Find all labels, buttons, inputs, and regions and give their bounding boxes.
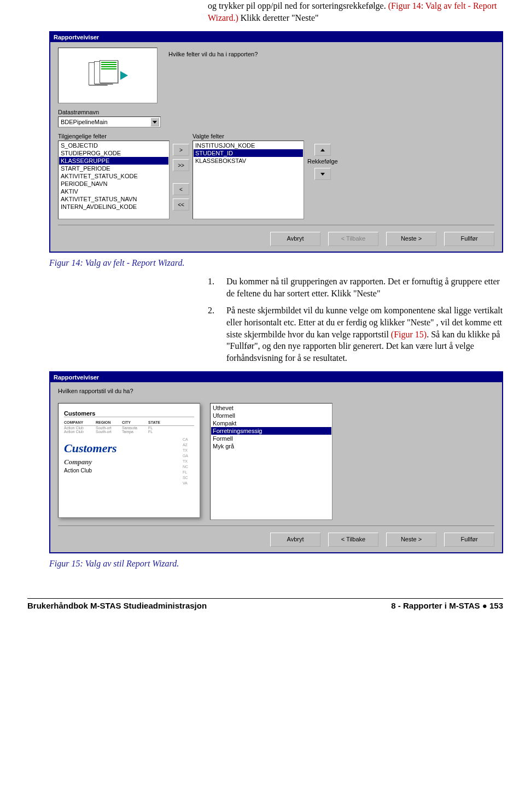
wizard-2: Rapportveiviser Hvilken rapportstil vil … <box>49 371 503 553</box>
next-button[interactable]: Neste > <box>386 232 436 246</box>
figure-14-caption: Figur 14: Valg av felt - Report Wizard. <box>49 258 503 268</box>
back-button-2[interactable]: < Tilbake <box>328 533 378 547</box>
list-item[interactable]: AKTIVITET_STATUS_KODE <box>59 172 168 180</box>
page-footer: Brukerhåndbok M-STAS Studieadministrasjo… <box>0 601 525 616</box>
finish-button-2[interactable]: Fullfør <box>444 533 494 547</box>
available-fields-label: Tilgjengelige felter <box>58 133 170 139</box>
list-item-2-text: På neste skjermbildet vil du kunne velge… <box>226 305 503 364</box>
wizard-1-title: Rapportveiviser <box>50 32 502 42</box>
next-button-2[interactable]: Neste > <box>386 533 436 547</box>
add-field-button[interactable]: > <box>173 144 189 156</box>
datastream-combo[interactable]: BDEPipelineMain <box>58 116 161 127</box>
selected-fields-listbox[interactable]: INSTITUSJON_KODESTUDENT_IDKLASSEBOKSTAV <box>192 141 304 219</box>
style-listbox[interactable]: UthevetUformellKompaktForretningsmessigF… <box>210 403 332 520</box>
datastream-label: Datastrømnavn <box>58 109 494 115</box>
cancel-button[interactable]: Avbryt <box>270 232 320 246</box>
available-fields-listbox[interactable]: S_OBJECTIDSTUDIEPROG_KODEKLASSEGRUPPESTA… <box>58 141 170 219</box>
arrow-up-icon <box>320 149 325 151</box>
wizard-1-prompt: Hvilke felter vil du ha i rapporten? <box>168 48 258 103</box>
back-button: < Tilbake <box>328 232 378 246</box>
order-down-button[interactable] <box>314 168 331 180</box>
list-item-1: 1. Du kommer nå til grupperingen av rapp… <box>208 276 503 299</box>
list-item[interactable]: INSTITUSJON_KODE <box>194 142 303 149</box>
remove-all-fields-button[interactable]: << <box>173 198 189 211</box>
intro-part1: og trykker pil opp/pil ned for sortering… <box>208 1 388 10</box>
preview-state-column: CAAZTXGATXNCFLSCVA <box>183 437 188 486</box>
list-item[interactable]: KLASSEBOKSTAV <box>194 157 303 165</box>
wizard-1-illustration <box>58 48 158 103</box>
wizard-2-prompt: Hvilken rapportstil vil du ha? <box>58 388 494 394</box>
order-label: Rekkefølge <box>307 158 338 165</box>
list-item-2-number: 2. <box>208 305 226 364</box>
arrow-down-icon <box>320 173 325 176</box>
footer-divider <box>27 598 503 599</box>
order-up-button[interactable] <box>314 144 331 156</box>
list-item[interactable]: Formell <box>211 435 331 442</box>
add-all-fields-button[interactable]: >> <box>173 159 189 171</box>
datastream-value: BDEPipelineMain <box>61 119 108 125</box>
figure-15-caption: Figur 15: Valg av stil Report Wizard. <box>49 559 503 569</box>
remove-field-button[interactable]: < <box>173 183 189 195</box>
finish-button[interactable]: Fullfør <box>444 232 494 246</box>
wizard-2-title: Rapportveiviser <box>50 372 502 382</box>
cancel-button-2[interactable]: Avbryt <box>270 533 320 547</box>
list-item[interactable]: S_OBJECTID <box>59 142 168 149</box>
list-item[interactable]: AKTIV <box>59 188 168 195</box>
footer-left: Brukerhåndbok M-STAS Studieadministrasjo… <box>27 601 207 610</box>
list-item-1-text: Du kommer nå til grupperingen av rapport… <box>226 276 503 299</box>
style-preview: Customers COMPANY REGION CITY STATE Acti… <box>58 403 200 518</box>
list-item[interactable]: KLASSEGRUPPE <box>59 157 168 165</box>
footer-right: 8 - Rapporter i M-STAS ● 153 <box>391 601 503 610</box>
selected-fields-label: Valgte felter <box>192 133 304 139</box>
intro-part2: Klikk deretter "Neste" <box>238 13 319 22</box>
bullet-icon: ● <box>482 601 487 610</box>
list-item-2: 2. På neste skjermbildet vil du kunne ve… <box>208 305 503 364</box>
list-item[interactable]: PERIODE_NAVN <box>59 180 168 188</box>
list-item[interactable]: STUDENT_ID <box>194 149 303 157</box>
list-item-1-number: 1. <box>208 276 226 299</box>
list-item[interactable]: Kompakt <box>211 419 331 427</box>
list-item[interactable]: AKTIVITET_STATUS_NAVN <box>59 195 168 203</box>
list-item[interactable]: Myk grå <box>211 442 331 450</box>
list-item[interactable]: Uthevet <box>211 404 331 412</box>
intro-paragraph: og trykker pil opp/pil ned for sortering… <box>208 0 503 24</box>
arrow-right-icon <box>120 71 128 80</box>
list-item[interactable]: STUDIEPROG_KODE <box>59 149 168 157</box>
wizard-1: Rapportveiviser Hvilke felter vil du ha … <box>49 31 503 253</box>
list-item[interactable]: Uformell <box>211 412 331 419</box>
list-item[interactable]: INTERN_AVDELING_KODE <box>59 203 168 211</box>
chevron-down-icon[interactable] <box>150 118 159 126</box>
list-item[interactable]: START_PERIODE <box>59 165 168 172</box>
list-item[interactable]: Forretningsmessig <box>211 427 331 435</box>
